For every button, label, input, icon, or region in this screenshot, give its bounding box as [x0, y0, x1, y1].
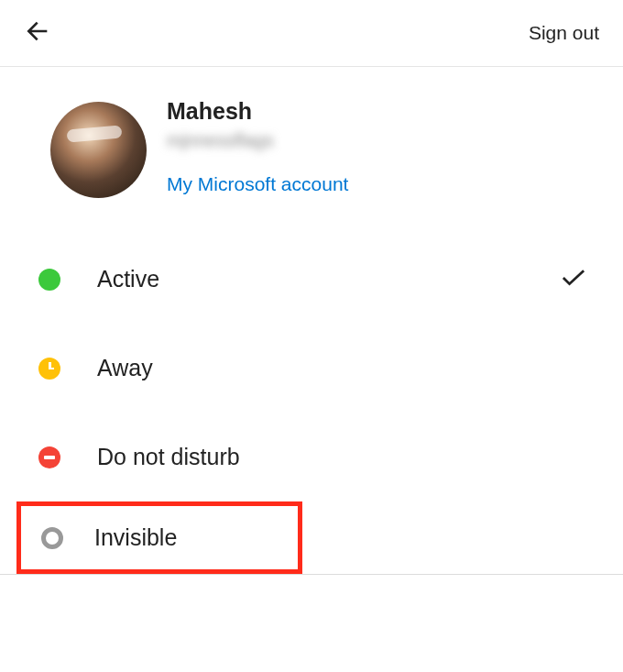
arrow-left-icon: [24, 17, 53, 46]
dnd-icon: [38, 446, 60, 468]
sign-out-link[interactable]: Sign out: [529, 22, 599, 44]
away-icon: [38, 358, 60, 380]
status-item-dnd[interactable]: Do not disturb: [0, 413, 623, 501]
status-label: Invisible: [94, 524, 177, 551]
profile-section: Mahesh mjnnessflags My Microsoft account: [0, 67, 623, 235]
avatar[interactable]: [50, 102, 147, 198]
status-item-active[interactable]: Active: [0, 235, 623, 324]
status-label: Do not disturb: [97, 444, 240, 470]
status-list: Active Away Do not disturb Invisible: [0, 235, 623, 575]
back-button[interactable]: [24, 17, 53, 50]
active-icon: [38, 269, 60, 291]
checkmark-icon: [561, 269, 586, 291]
profile-info: Mahesh mjnnessflags My Microsoft account: [167, 94, 348, 195]
invisible-icon: [41, 527, 63, 549]
status-item-away[interactable]: Away: [0, 324, 623, 413]
status-label: Active: [97, 266, 159, 292]
profile-name: Mahesh: [167, 98, 348, 125]
header: Sign out: [0, 0, 623, 67]
microsoft-account-link[interactable]: My Microsoft account: [167, 173, 348, 195]
status-label: Away: [97, 355, 153, 381]
status-item-invisible[interactable]: Invisible: [16, 501, 302, 574]
profile-username-blurred: mjnnessflags: [167, 130, 348, 151]
